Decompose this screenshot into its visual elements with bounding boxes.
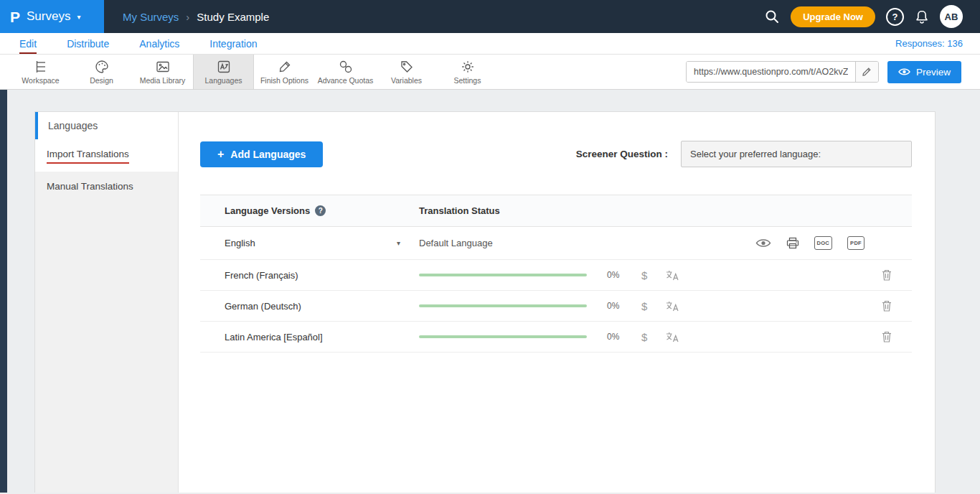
search-icon [764, 9, 780, 24]
paid-translation-button[interactable]: $ [637, 330, 651, 344]
toolbar-item-variables[interactable]: Variables [376, 55, 437, 89]
translation-status-header: Translation Status [419, 205, 912, 216]
preview-button[interactable]: Preview [887, 61, 961, 83]
tab-distribute[interactable]: Distribute [67, 33, 109, 54]
toolbar-item-workspace[interactable]: Workspace [10, 55, 71, 89]
default-language-dropdown[interactable]: English ▾ [200, 238, 419, 248]
delete-language-button[interactable] [882, 269, 892, 281]
tag-icon [400, 60, 414, 74]
toolbar-item-settings[interactable]: Settings [437, 55, 498, 89]
screener-question-select[interactable]: Select your preferred language: [681, 141, 912, 167]
chevron-down-icon: ▾ [77, 13, 80, 21]
topbar-actions: Upgrade Now ? AB [764, 5, 980, 28]
breadcrumb-current: Study Example [197, 11, 269, 23]
toolbar-item-media-library[interactable]: Media Library [132, 55, 193, 89]
help-button[interactable]: ? [886, 8, 904, 26]
avatar[interactable]: AB [940, 5, 963, 28]
export-doc-button[interactable]: DOC [814, 236, 833, 250]
paid-translation-button[interactable]: $ [637, 269, 651, 282]
content: Languages Import Translations Manual Tra… [0, 90, 980, 493]
languages-side-nav: Languages Import Translations Manual Tra… [35, 112, 179, 493]
table-row-spanish: Latin America [Español] 0% $ [200, 322, 912, 353]
table-row-german: German (Deutsch) 0% $ [200, 291, 912, 322]
languages-table: Language Versions ? Translation Status E… [200, 195, 912, 353]
survey-url-input[interactable] [687, 62, 855, 82]
toolbar-right: Preview [686, 55, 980, 89]
main-tabs-row: Edit Distribute Analytics Integration Re… [0, 33, 980, 55]
toolbar-item-label: Settings [454, 76, 481, 85]
tab-edit[interactable]: Edit [19, 33, 37, 54]
toolbar-item-advance-quotas[interactable]: Advance Quotas [315, 55, 376, 89]
auto-translate-button[interactable] [666, 270, 679, 281]
screener-question-label: Screener Question : [576, 149, 668, 159]
language-versions-header: Language Versions [225, 205, 310, 216]
survey-url-box [686, 61, 879, 83]
print-button[interactable] [786, 237, 799, 249]
translate-icon [666, 270, 679, 281]
languages-main: + Add Languages Screener Question : Sele… [179, 112, 935, 493]
trash-icon [882, 269, 892, 281]
edit-toolbar: Workspace Design Media Library Languages… [0, 55, 980, 90]
upgrade-button[interactable]: Upgrade Now [791, 6, 875, 27]
bell-icon [915, 9, 929, 24]
auto-translate-button[interactable] [666, 332, 679, 342]
sidebar-item-manual-translations[interactable]: Manual Translations [35, 172, 178, 200]
add-languages-label: Add Languages [230, 149, 306, 160]
toolbar-item-finish-options[interactable]: Finish Options [254, 55, 315, 89]
translation-percent: 0% [607, 332, 623, 342]
breadcrumb-separator-icon: › [186, 11, 189, 23]
eye-icon [755, 238, 771, 248]
gear-icon [461, 60, 475, 74]
sidebar-item-import-translations[interactable]: Import Translations [35, 139, 178, 172]
table-row-default-language: English ▾ Default Language [200, 227, 912, 260]
tab-analytics[interactable]: Analytics [139, 33, 179, 54]
language-name: German (Deutsch) [200, 301, 419, 312]
table-header: Language Versions ? Translation Status [200, 195, 912, 227]
toolbar-item-label: Workspace [22, 76, 59, 85]
links-icon [339, 60, 353, 74]
workspace-icon [34, 60, 48, 74]
pencil-icon [862, 67, 872, 77]
help-circle-icon[interactable]: ? [315, 205, 326, 216]
table-row-french: French (Français) 0% $ [200, 260, 912, 291]
toolbar-item-design[interactable]: Design [71, 55, 132, 89]
brush-icon [278, 60, 292, 74]
auto-translate-button[interactable] [666, 301, 679, 312]
languages-icon [217, 60, 231, 74]
toolbar-item-label: Media Library [140, 76, 186, 85]
main-tabs: Edit Distribute Analytics Integration [19, 33, 257, 54]
search-button[interactable] [764, 9, 780, 24]
printer-icon [786, 237, 799, 249]
edit-url-button[interactable] [855, 62, 878, 82]
delete-language-button[interactable] [882, 300, 892, 312]
surveys-menu-button[interactable]: P Surveys ▾ [0, 0, 104, 33]
languages-main-top: + Add Languages Screener Question : Sele… [200, 141, 912, 167]
collapsed-sidebar[interactable] [0, 90, 7, 493]
paid-translation-button[interactable]: $ [637, 299, 651, 313]
delete-language-button[interactable] [882, 331, 892, 342]
sidebar-item-label: Manual Translations [47, 181, 133, 192]
default-language-name: English [225, 238, 255, 248]
toolbar-item-languages[interactable]: Languages [193, 55, 254, 89]
responses-count[interactable]: Responses: 136 [895, 33, 963, 54]
screener-question-value: Select your preferred language: [690, 149, 821, 159]
view-button[interactable] [755, 238, 771, 248]
palette-icon [95, 60, 109, 74]
default-language-actions: DOC PDF [755, 236, 864, 250]
questionpro-logo-icon: P [10, 9, 20, 24]
toolbar-item-label: Variables [391, 76, 422, 85]
tab-integration[interactable]: Integration [209, 33, 257, 54]
notifications-button[interactable] [915, 9, 929, 24]
languages-card: Languages Import Translations Manual Tra… [34, 111, 936, 493]
toolbar-item-label: Design [90, 76, 113, 85]
breadcrumb-my-surveys[interactable]: My Surveys [123, 11, 179, 23]
language-name: Latin America [Español] [200, 332, 419, 342]
trash-icon [882, 331, 892, 342]
image-icon [156, 60, 170, 74]
sidebar-item-label: Import Translations [47, 149, 129, 164]
add-languages-button[interactable]: + Add Languages [200, 141, 323, 167]
toolbar-item-label: Advance Quotas [318, 76, 374, 85]
export-pdf-button[interactable]: PDF [847, 236, 864, 250]
toolbar-item-label: Finish Options [260, 76, 308, 85]
eye-icon [898, 67, 910, 76]
